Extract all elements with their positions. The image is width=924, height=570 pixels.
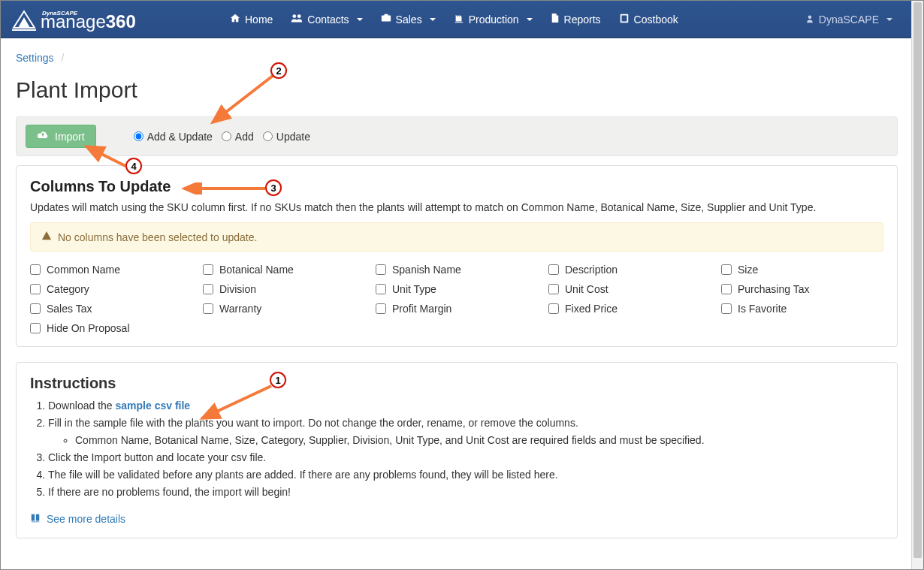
column-checkbox-spanish-name[interactable]: Spanish Name bbox=[376, 264, 538, 276]
columns-alert-text: No columns have been selected to update. bbox=[58, 231, 257, 243]
instruction-step-2-sub: Common Name, Botanical Name, Size, Categ… bbox=[75, 433, 883, 448]
checkbox-label: Category bbox=[47, 283, 89, 295]
instruction-step-5: If there are no problems found, the impo… bbox=[48, 484, 883, 499]
import-button[interactable]: Import bbox=[26, 125, 96, 148]
sample-csv-link[interactable]: sample csv file bbox=[116, 400, 191, 412]
brand-svg: DynaSCAPE manage360 bbox=[12, 7, 207, 32]
nav-item-reports[interactable]: Reports bbox=[542, 2, 610, 37]
checkbox-input[interactable] bbox=[203, 264, 213, 275]
instructions-panel: Instructions Download the sample csv fil… bbox=[16, 362, 898, 538]
column-checkbox-fixed-price[interactable]: Fixed Price bbox=[548, 303, 711, 315]
column-checkbox-unit-cost[interactable]: Unit Cost bbox=[548, 283, 711, 295]
breadcrumb: Settings / bbox=[16, 52, 898, 64]
scrollbar-thumb[interactable] bbox=[913, 2, 922, 558]
column-checkbox-category[interactable]: Category bbox=[30, 283, 192, 295]
nav-item-label: Reports bbox=[564, 14, 601, 26]
page-title: Plant Import bbox=[16, 77, 898, 103]
checkbox-input[interactable] bbox=[548, 303, 559, 314]
checkbox-input[interactable] bbox=[30, 323, 41, 333]
radio-label-text: Update bbox=[276, 131, 310, 143]
see-more-details-label: See more details bbox=[47, 513, 125, 525]
checkbox-label: Botanical Name bbox=[219, 264, 294, 276]
checkbox-input[interactable] bbox=[376, 303, 386, 314]
column-checkbox-profit-margin[interactable]: Profit Margin bbox=[376, 303, 538, 315]
instructions-title: Instructions bbox=[30, 375, 883, 392]
checkbox-input[interactable] bbox=[721, 264, 732, 275]
cloud-upload-icon bbox=[37, 130, 49, 143]
breadcrumb-sep: / bbox=[61, 52, 64, 64]
column-checkbox-unit-type[interactable]: Unit Type bbox=[376, 283, 538, 295]
nav-item-costbook[interactable]: Costbook bbox=[610, 2, 687, 37]
brand-main-a: manage bbox=[41, 11, 106, 32]
vertical-scrollbar[interactable] bbox=[911, 1, 923, 569]
columns-panel-title: Columns To Update bbox=[30, 178, 883, 195]
import-mode-update[interactable]: Update bbox=[263, 131, 310, 143]
nav-item-production[interactable]: Production bbox=[445, 2, 542, 37]
columns-help-text: Updates will match using the SKU column … bbox=[30, 201, 883, 213]
checkbox-label: Description bbox=[565, 264, 618, 276]
column-checkbox-description[interactable]: Description bbox=[548, 264, 711, 276]
checkbox-input[interactable] bbox=[376, 264, 386, 275]
svg-rect-7 bbox=[384, 14, 388, 17]
see-more-details-link[interactable]: See more details bbox=[30, 513, 125, 526]
nav-item-home[interactable]: Home bbox=[221, 2, 282, 37]
nav-item-sales[interactable]: Sales bbox=[372, 2, 445, 37]
checkbox-label: Size bbox=[738, 264, 758, 276]
instruction-step-2: Fill in the sample file with the plants … bbox=[48, 415, 883, 448]
svg-rect-6 bbox=[381, 16, 390, 22]
svg-point-5 bbox=[297, 14, 301, 18]
svg-point-4 bbox=[293, 14, 297, 18]
annotation-3: 3 bbox=[265, 179, 282, 196]
checkbox-label: Common Name bbox=[47, 264, 120, 276]
checkbox-label: Is Favorite bbox=[738, 303, 787, 315]
checkbox-input[interactable] bbox=[30, 264, 41, 275]
checkbox-input[interactable] bbox=[548, 284, 559, 294]
book-icon bbox=[30, 513, 41, 526]
radio-input[interactable] bbox=[222, 131, 231, 141]
columns-checkbox-grid: Common NameBotanical NameSpanish NameDes… bbox=[30, 264, 883, 334]
checkbox-input[interactable] bbox=[721, 303, 732, 314]
radio-input[interactable] bbox=[263, 131, 273, 141]
checkbox-label: Hide On Proposal bbox=[47, 322, 130, 334]
column-checkbox-botanical-name[interactable]: Botanical Name bbox=[203, 264, 365, 276]
radio-input[interactable] bbox=[134, 131, 143, 141]
brand-logo[interactable]: DynaSCAPE manage360 bbox=[12, 7, 207, 32]
radio-label-text: Add & Update bbox=[147, 131, 213, 143]
column-checkbox-division[interactable]: Division bbox=[203, 283, 365, 295]
breadcrumb-settings[interactable]: Settings bbox=[16, 52, 54, 64]
checkbox-input[interactable] bbox=[203, 284, 213, 294]
svg-rect-2 bbox=[12, 29, 36, 31]
nav-item-label: Contacts bbox=[307, 14, 349, 26]
nav-item-label: Sales bbox=[396, 14, 422, 26]
import-mode-add-update[interactable]: Add & Update bbox=[134, 131, 213, 143]
nav-item-label: Costbook bbox=[634, 14, 678, 26]
caret-icon bbox=[527, 18, 533, 21]
checkbox-input[interactable] bbox=[376, 284, 386, 294]
column-checkbox-is-favorite[interactable]: Is Favorite bbox=[721, 303, 883, 315]
checkbox-input[interactable] bbox=[30, 284, 41, 294]
column-checkbox-purchasing-tax[interactable]: Purchasing Tax bbox=[721, 283, 883, 295]
import-button-label: Import bbox=[55, 131, 85, 143]
import-mode-add[interactable]: Add bbox=[222, 131, 254, 143]
checkbox-label: Fixed Price bbox=[565, 303, 618, 315]
nav-item-label: Production bbox=[469, 14, 519, 26]
annotation-2: 2 bbox=[270, 62, 287, 79]
checkbox-input[interactable] bbox=[721, 284, 732, 294]
caret-icon bbox=[886, 18, 892, 21]
checkbox-input[interactable] bbox=[203, 303, 213, 314]
main-navbar: DynaSCAPE manage360 HomeContactsSalesPro… bbox=[1, 1, 913, 38]
column-checkbox-size[interactable]: Size bbox=[721, 264, 883, 276]
contacts-icon bbox=[291, 13, 303, 26]
checkbox-input[interactable] bbox=[30, 303, 41, 314]
import-mode-radios: Add & UpdateAddUpdate bbox=[134, 131, 310, 143]
radio-label-text: Add bbox=[235, 131, 254, 143]
column-checkbox-sales-tax[interactable]: Sales Tax bbox=[30, 303, 192, 315]
checkbox-label: Division bbox=[219, 283, 256, 295]
checkbox-input[interactable] bbox=[548, 264, 559, 275]
column-checkbox-common-name[interactable]: Common Name bbox=[30, 264, 192, 276]
user-menu[interactable]: DynaSCAPE bbox=[796, 2, 901, 37]
checkbox-label: Profit Margin bbox=[392, 303, 451, 315]
column-checkbox-warranty[interactable]: Warranty bbox=[203, 303, 365, 315]
column-checkbox-hide-on-proposal[interactable]: Hide On Proposal bbox=[30, 322, 192, 334]
nav-item-contacts[interactable]: Contacts bbox=[282, 2, 371, 37]
